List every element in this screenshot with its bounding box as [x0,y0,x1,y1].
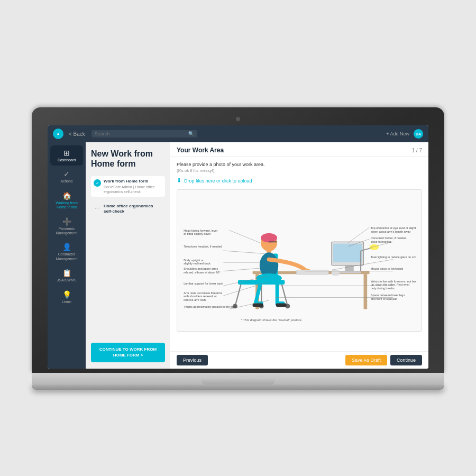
sidebar-item-learn[interactable]: 💡 Learn [50,287,83,307]
contractor-icon: 👤 [62,243,71,251]
actions-icon: ✓ [63,170,70,178]
ergonomics-diagram: Head facing forward, level or tilted sli… [177,189,422,332]
laptop-bottom [32,385,444,390]
dots-icon: ··· [94,204,101,212]
sidebar: ⊞ Dashboard ✓ Actions 🏠 Working from Hom… [48,142,86,369]
svg-text:Mouse close to keyboard: Mouse close to keyboard [371,267,403,270]
svg-text:lower, about arm's length away: lower, about arm's length away [371,230,411,233]
back-button[interactable]: < Back [69,131,85,137]
sidebar-label-pandemic: Pandemic Management [52,227,81,236]
svg-text:up, down the sides. Rest wrist: up, down the sides. Rest wrist [371,283,410,286]
form-item-wfh[interactable]: ✓ Work from Home form DoHeSafe Admin | H… [91,176,165,197]
svg-text:Wrists in line with forearms, : Wrists in line with forearms, not bent [371,280,416,283]
app-container: ● < Back 🔍 + Add New DA [48,125,428,369]
svg-text:Space between lower legs: Space between lower legs [371,294,405,297]
svg-rect-20 [333,244,362,262]
svg-text:Top of monitor at eye level or: Top of monitor at eye level or slightly [371,226,416,230]
svg-text:Head facing forward, level: Head facing forward, level [184,229,217,232]
svg-point-12 [261,233,277,243]
svg-text:remove arm rests: remove arm rests [184,298,206,301]
upload-area[interactable]: ⬇ Drop files here or click to upload [177,177,422,184]
sidebar-label-wfh: Working from Home forms [52,201,81,210]
svg-rect-18 [276,303,287,307]
add-new-button[interactable]: + Add New [386,131,409,136]
jsa-icon: 📋 [62,269,71,277]
svg-line-32 [223,268,260,271]
content-panel: New Work from Home form ✓ Work from Home… [86,142,428,369]
main-content: ⊞ Dashboard ✓ Actions 🏠 Working from Hom… [48,142,428,369]
svg-text:Telephone headset, if needed: Telephone headset, if needed [184,245,222,248]
svg-text:close to monitor: close to monitor [371,240,391,243]
svg-text:Document holder, if needed,: Document holder, if needed, [371,236,407,240]
form-title: New Work from Home form [91,149,165,169]
form-item-wfh-name: Work from Home form [104,179,162,184]
app-logo: ● [53,129,63,139]
form-footer: Previous Save As Draft Continue [170,351,428,369]
sidebar-item-jsa[interactable]: 📋 JSA/SWMS [50,266,83,286]
search-input[interactable] [95,131,186,136]
sidebar-item-contractor[interactable]: 👤 Contractor Management [50,240,83,264]
ergo-svg: Head facing forward, level or tilted sli… [182,195,416,324]
screen: ● < Back 🔍 + Add New DA [48,125,428,369]
pandemic-icon: ➕ [62,217,71,226]
page-indicator: 1 / 7 [412,148,422,153]
continue-button[interactable]: Continue [390,355,422,365]
svg-text:Lumbar support for lower back: Lumbar support for lower back [184,282,223,285]
svg-rect-23 [296,270,328,274]
laptop-base [32,373,444,385]
cta-label: CONTINUE TO WORK FROM HOME FORM > [94,347,162,358]
svg-rect-17 [253,303,263,307]
svg-text:and front of seat pan: and front of seat pan [371,297,398,300]
back-label: < Back [69,131,85,137]
form-item-home-office-content: Home office ergonomics self-check [104,204,162,215]
form-hint: (It's ok if it's messy!) [177,168,422,173]
add-new-label: + Add New [386,131,409,136]
svg-line-29 [229,230,261,243]
sidebar-label-contractor: Contractor Management [52,252,81,261]
check-icon: ✓ [94,179,101,187]
svg-point-27 [370,244,379,250]
cta-button[interactable]: CONTINUE TO WORK FROM HOME FORM > [91,343,165,362]
section-title: Your Work Area [177,147,224,154]
form-instruction: Please provide a photo of your work area… [177,162,422,167]
ergo-svg-wrapper: Head facing forward, level or tilted sli… [177,190,422,331]
sidebar-label-actions: Actions [61,179,73,184]
laptop-shell: ● < Back 🔍 + Add New DA [32,107,444,390]
search-bar[interactable]: 🔍 [91,130,197,138]
previous-button[interactable]: Previous [177,355,208,365]
svg-text:slightly reclined back: slightly reclined back [184,262,210,265]
svg-text:* This diagram shows the "neut: * This diagram shows the "neutral" postu… [241,318,303,322]
sidebar-item-actions[interactable]: ✓ Actions [50,167,83,187]
dashboard-icon: ⊞ [63,149,70,157]
form-item-wfh-sub: DoHeSafe Admin | Home office ergonomics … [104,185,162,194]
sidebar-item-wfh[interactable]: 🏠 Working from Home forms [50,188,83,213]
svg-text:Body upright or: Body upright or [184,259,204,262]
upload-icon: ⬇ [177,177,181,184]
svg-rect-2 [364,274,368,309]
sidebar-item-pandemic[interactable]: ➕ Pandemic Management [50,214,83,239]
svg-line-5 [235,285,241,306]
avatar: DA [414,129,423,139]
svg-rect-24 [332,270,340,275]
sidebar-label-jsa: JSA/SWMS [57,278,77,282]
form-item-home-office[interactable]: ··· Home office ergonomics self-check [91,201,165,217]
search-icon: 🔍 [188,131,194,136]
topbar: ● < Back 🔍 + Add New DA [48,125,428,142]
form-body: Please provide a photo of your work area… [170,157,428,351]
right-pane: Your Work Area 1 / 7 Please provide a ph… [170,142,428,369]
left-pane: New Work from Home form ✓ Work from Home… [86,142,170,369]
form-item-wfh-content: Work from Home form DoHeSafe Admin | Hom… [104,179,162,194]
sidebar-label-learn: Learn [62,300,71,304]
sidebar-item-dashboard[interactable]: ⊞ Dashboard [50,145,83,166]
svg-text:Task lighting to reduce glare : Task lighting to reduce glare on screen [371,255,416,259]
svg-rect-21 [345,266,354,271]
svg-text:or tilted slightly down: or tilted slightly down [184,232,210,235]
save-draft-button[interactable]: Save As Draft [345,355,387,365]
topbar-right: + Add New DA [386,129,423,139]
screen-bezel: ● < Back 🔍 + Add New DA [32,107,444,373]
upload-label: Drop files here or click to upload [184,178,252,184]
svg-line-48 [348,227,370,243]
wfh-icon: 🏠 [62,191,71,200]
form-header: Your Work Area 1 / 7 [170,142,428,157]
svg-text:Arm rests just below forearms: Arm rests just below forearms [184,291,222,295]
